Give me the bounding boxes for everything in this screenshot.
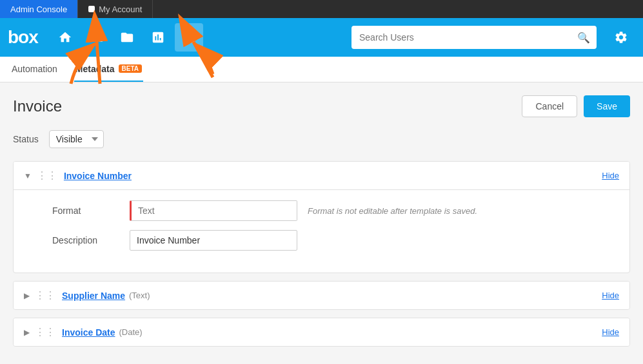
subnav: Automation Metadata BETA [0, 57, 643, 82]
format-input[interactable] [130, 200, 297, 221]
admin-console-label: Admin Console [10, 5, 67, 14]
format-row: Format Format is not editable after temp… [52, 200, 614, 221]
invoice-date-name[interactable]: Invoice Date [62, 327, 115, 338]
supplier-name-drag-handle[interactable]: ⋮⋮ [35, 289, 55, 302]
save-button[interactable]: Save [584, 95, 630, 117]
navbar: box 🔍 [0, 18, 643, 57]
description-row: Description [52, 230, 614, 251]
invoice-date-hide-button[interactable]: Hide [602, 327, 619, 337]
status-select[interactable]: Visible Hidden [49, 130, 104, 148]
subnav-automation[interactable]: Automation [10, 57, 59, 82]
supplier-name-type: (Text) [129, 291, 150, 300]
tab-dot-icon [88, 6, 95, 12]
cancel-button[interactable]: Cancel [522, 95, 577, 117]
nav-users-button[interactable] [82, 23, 110, 52]
page-header: Invoice Cancel Save [13, 95, 630, 117]
tab-admin-console[interactable]: Admin Console [0, 0, 78, 18]
metadata-label: Metadata [75, 64, 115, 74]
field-invoice-date-header: ▶ ⋮⋮ Invoice Date (Date) Hide [14, 318, 629, 346]
field-supplier-name: ▶ ⋮⋮ Supplier Name (Text) Hide [13, 281, 630, 310]
field-invoice-number-header: ▼ ⋮⋮ Invoice Number Hide [14, 162, 629, 190]
settings-button[interactable] [607, 23, 635, 52]
invoice-date-drag-handle[interactable]: ⋮⋮ [35, 326, 55, 338]
topbar: Admin Console My Account [0, 0, 643, 18]
page-title: Invoice [13, 97, 62, 115]
invoice-number-expand-icon[interactable]: ▼ [24, 171, 32, 180]
nav-content-button[interactable] [113, 23, 141, 52]
search-input[interactable] [351, 26, 597, 49]
format-hint: Format is not editable after template is… [308, 206, 477, 216]
invoice-date-expand-icon[interactable]: ▶ [24, 328, 30, 337]
nav-icons [51, 23, 346, 52]
invoice-date-type: (Date) [119, 327, 142, 337]
subnav-metadata[interactable]: Metadata BETA [74, 57, 143, 82]
search-icon: 🔍 [577, 32, 590, 44]
format-label: Format [52, 206, 130, 216]
status-row: Status Visible Hidden [13, 130, 630, 148]
header-actions: Cancel Save [522, 95, 630, 117]
box-logo: box [8, 27, 38, 48]
supplier-name-name[interactable]: Supplier Name [62, 291, 125, 301]
nav-home-button[interactable] [51, 23, 79, 52]
search-bar: 🔍 [351, 26, 597, 49]
description-input[interactable] [130, 230, 297, 251]
description-label: Description [52, 235, 130, 245]
tab-my-account[interactable]: My Account [78, 0, 153, 18]
supplier-name-expand-icon[interactable]: ▶ [24, 291, 30, 300]
field-supplier-name-header: ▶ ⋮⋮ Supplier Name (Text) Hide [14, 282, 629, 309]
invoice-number-body: Format Format is not editable after temp… [14, 190, 629, 273]
automation-label: Automation [12, 64, 57, 74]
supplier-name-hide-button[interactable]: Hide [602, 291, 619, 300]
main-content: Invoice Cancel Save Status Visible Hidde… [0, 82, 643, 364]
status-label: Status [13, 134, 39, 144]
beta-badge: BETA [119, 64, 142, 73]
field-invoice-date: ▶ ⋮⋮ Invoice Date (Date) Hide [13, 318, 630, 347]
invoice-number-name[interactable]: Invoice Number [64, 171, 132, 181]
invoice-number-drag-handle[interactable]: ⋮⋮ [37, 169, 57, 182]
field-invoice-number: ▼ ⋮⋮ Invoice Number Hide Format Format i… [13, 161, 630, 273]
nav-reports-button[interactable] [144, 23, 172, 52]
nav-integrations-button[interactable] [175, 23, 203, 52]
invoice-number-hide-button[interactable]: Hide [602, 171, 619, 180]
my-account-label: My Account [99, 5, 142, 14]
